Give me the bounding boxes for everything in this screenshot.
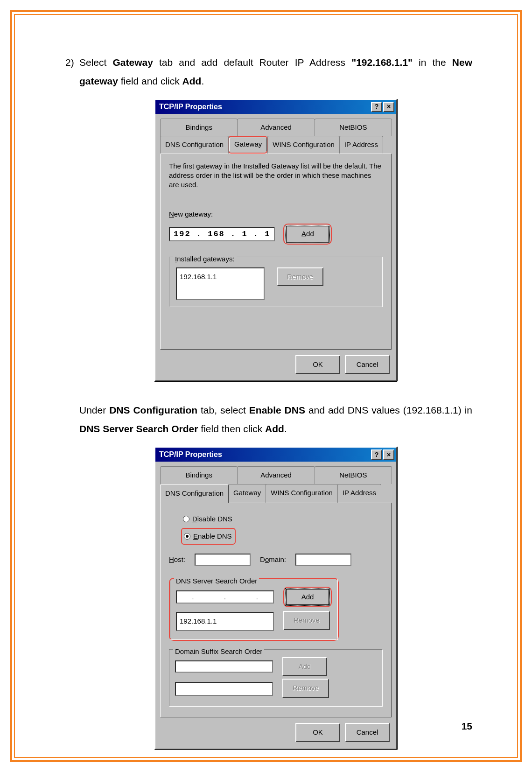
- bold-add: Add: [182, 76, 202, 86]
- bold-add2: Add: [265, 423, 284, 434]
- installed-gateways-list[interactable]: 192.168.1.1: [176, 267, 265, 300]
- dns-server-list[interactable]: 192.168.1.1: [176, 612, 274, 631]
- close-icon[interactable]: ×: [383, 449, 394, 460]
- text: field and click: [118, 76, 182, 86]
- step-number: 2): [65, 53, 74, 72]
- instruction-2: Under DNS Configuration tab, select Enab…: [79, 401, 472, 438]
- gateway-help-text: The first gateway in the Installed Gatew…: [169, 161, 383, 190]
- tab-netbios[interactable]: NetBIOS: [315, 466, 392, 484]
- tab-wins-configuration[interactable]: WINS Configuration: [267, 136, 340, 154]
- radio-icon: [184, 533, 190, 540]
- bold-dns-order: DNS Server Search Order: [79, 423, 198, 434]
- instruction-1: Select Gateway tab and add default Route…: [79, 53, 472, 91]
- tab-bindings[interactable]: Bindings: [160, 466, 238, 484]
- dns-add-button[interactable]: Add: [285, 588, 330, 606]
- suffix-list[interactable]: [175, 682, 273, 696]
- text: .: [201, 76, 204, 86]
- help-icon[interactable]: ?: [371, 449, 382, 460]
- bold-enable-dns: Enable DNS: [249, 405, 305, 415]
- cancel-button[interactable]: Cancel: [345, 355, 390, 374]
- text: Under: [79, 405, 109, 415]
- ok-button[interactable]: OK: [295, 355, 340, 374]
- new-gateway-label: NNew gateway:ew gateway:: [169, 208, 383, 221]
- suffix-add-button: Add: [282, 657, 327, 676]
- bold-dns-config: DNS Configuration: [109, 405, 197, 415]
- disable-dns-radio[interactable]: Disable DNS Disable DNS: [183, 512, 383, 526]
- domain-input[interactable]: [295, 554, 351, 566]
- text: and add DNS values (192.168.1.1) in: [305, 405, 472, 415]
- bold-ip: "192.168.1.1": [351, 57, 413, 68]
- host-label: Host:: [169, 553, 185, 567]
- text: Select: [79, 57, 112, 68]
- new-gateway-input[interactable]: 192 . 168 . 1 . 1: [169, 227, 275, 241]
- enable-dns-radio[interactable]: Enable DNS: [182, 529, 235, 544]
- tab-dns-configuration[interactable]: DNS Configuration: [160, 484, 229, 504]
- window-title: TCP/IP Properties: [157, 448, 370, 462]
- title-bar: TCP/IP Properties ? ×: [155, 100, 396, 114]
- text: tab and add default Router IP Address: [153, 57, 351, 68]
- tab-gateway[interactable]: Gateway: [228, 484, 266, 503]
- tab-gateway[interactable]: Gateway: [229, 138, 267, 151]
- domain-label: Domain:: [260, 553, 286, 567]
- tab-bindings[interactable]: Bindings: [160, 119, 238, 136]
- cancel-button[interactable]: Cancel: [345, 723, 390, 742]
- suffix-input[interactable]: [175, 660, 273, 673]
- dns-remove-button: Remove: [283, 611, 330, 630]
- close-icon[interactable]: ×: [383, 102, 394, 112]
- page-number: 15: [462, 721, 472, 732]
- tab-advanced[interactable]: Advanced: [237, 466, 315, 484]
- tab-netbios[interactable]: NetBIOS: [315, 119, 392, 136]
- tab-ip-address[interactable]: IP Address: [337, 484, 381, 503]
- title-bar: TCP/IP Properties ? ×: [155, 448, 396, 462]
- tcpip-properties-dialog-dns: TCP/IP Properties ? × Bindings Advanced …: [154, 447, 397, 750]
- add-button[interactable]: Add: [285, 225, 330, 243]
- text: field then click: [198, 423, 265, 434]
- tab-advanced[interactable]: Advanced: [237, 119, 315, 136]
- suffix-remove-button: Remove: [282, 679, 329, 698]
- installed-gateways-label: Installed gateways:: [173, 253, 237, 266]
- text: tab, select: [197, 405, 249, 415]
- tab-dns-configuration[interactable]: DNS Configuration: [160, 136, 229, 154]
- tab-ip-address[interactable]: IP Address: [339, 136, 383, 154]
- dns-order-label: DNS Server Search Order: [174, 575, 259, 588]
- help-icon[interactable]: ?: [371, 102, 382, 112]
- suffix-order-label: Domain Suffix Search Order: [173, 645, 264, 659]
- tab-wins-configuration[interactable]: WINS Configuration: [266, 484, 338, 503]
- dns-ip-input[interactable]: ...: [176, 590, 274, 604]
- radio-icon: [183, 516, 189, 522]
- tcpip-properties-dialog-gateway: TCP/IP Properties ? × Bindings Advanced …: [154, 99, 397, 382]
- text: .: [284, 423, 287, 434]
- ok-button[interactable]: OK: [295, 723, 340, 742]
- text: in the: [413, 57, 452, 68]
- bold-gateway: Gateway: [112, 57, 153, 68]
- host-input[interactable]: [195, 554, 251, 566]
- remove-button: Remove: [277, 267, 323, 287]
- window-title: TCP/IP Properties: [157, 100, 370, 114]
